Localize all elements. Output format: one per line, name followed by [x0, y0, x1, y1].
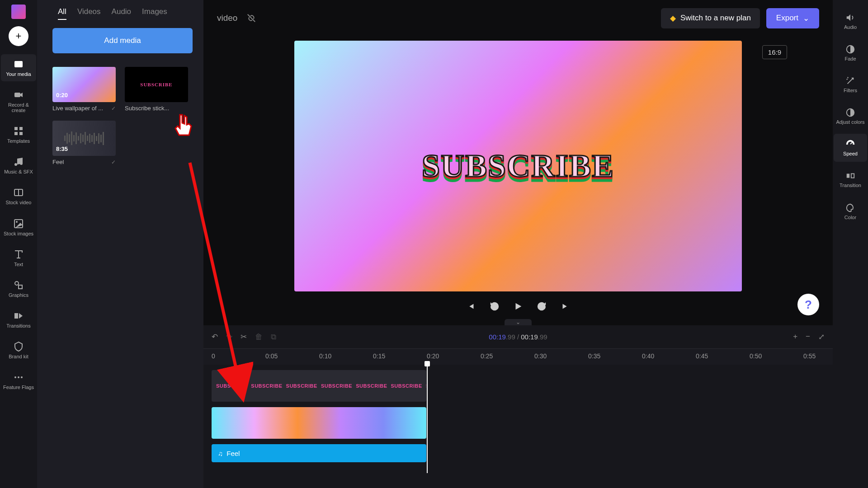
- prop-adjust-colors[interactable]: Adjust colors: [834, 102, 867, 130]
- text-icon: [13, 249, 24, 260]
- forward-button[interactable]: [536, 300, 547, 312]
- transitions-icon: [13, 310, 24, 321]
- svg-rect-13: [19, 285, 22, 289]
- nav-label: Record & create: [3, 102, 34, 113]
- clip-thumb: SUBSCRIBE: [391, 383, 422, 389]
- nav-brand-kit[interactable]: Brand kit: [1, 337, 36, 364]
- link-off-icon[interactable]: [246, 13, 256, 23]
- video-preview[interactable]: SUBSCRIBE 16:9: [294, 41, 742, 291]
- svg-rect-21: [851, 174, 854, 178]
- transition-icon: [845, 171, 855, 181]
- svg-point-15: [14, 376, 16, 378]
- aspect-ratio-button[interactable]: 16:9: [762, 45, 787, 59]
- ruler-mark: 0:25: [481, 352, 493, 360]
- prop-transition[interactable]: Transition: [834, 165, 867, 193]
- prop-speed[interactable]: Speed: [834, 134, 867, 162]
- zoom-out-button[interactable]: −: [806, 332, 810, 342]
- prop-label: Speed: [843, 151, 858, 156]
- project-name[interactable]: video: [217, 13, 237, 23]
- canvas-area: video ◆ Switch to a new plan Export ⌄ SU…: [203, 0, 833, 325]
- switch-plan-button[interactable]: ◆ Switch to a new plan: [661, 8, 760, 28]
- nav-label: Transitions: [6, 323, 30, 328]
- prop-color[interactable]: Color: [834, 197, 867, 225]
- audio-track-clip[interactable]: ♫ Feel: [212, 444, 426, 462]
- duration-label: 8:35: [56, 145, 68, 152]
- export-button[interactable]: Export ⌄: [766, 8, 819, 28]
- svg-rect-20: [847, 174, 849, 178]
- tab-images[interactable]: Images: [142, 7, 167, 20]
- clip-thumb: SUBSCRIBE: [321, 383, 352, 389]
- nav-graphics[interactable]: Graphics: [1, 275, 36, 302]
- delete-button[interactable]: 🗑: [255, 333, 263, 342]
- duplicate-button[interactable]: ⧉: [271, 333, 276, 342]
- film-icon: [13, 187, 24, 198]
- skip-back-button[interactable]: [465, 300, 477, 312]
- split-button[interactable]: ✂: [241, 332, 247, 342]
- nav-music[interactable]: Music & SFX: [1, 152, 36, 179]
- svg-rect-5: [19, 132, 23, 135]
- brand-icon: [13, 341, 24, 352]
- prop-label: Color: [844, 215, 856, 220]
- undo-button[interactable]: ↶: [212, 332, 218, 342]
- media-grid: 0:20 Live wallpaper of ...✓ SUBSCRIBE Su…: [44, 67, 196, 165]
- nav-record[interactable]: Record & create: [1, 85, 36, 117]
- ruler-mark: 0:45: [696, 352, 708, 360]
- add-media-button[interactable]: Add media: [52, 28, 193, 53]
- playhead[interactable]: [427, 365, 428, 473]
- prop-label: Transition: [840, 183, 861, 188]
- duration-label: 0:20: [56, 92, 68, 99]
- svg-point-12: [15, 282, 19, 285]
- media-panel: All Videos Audio Images Add media 0:20 L…: [37, 0, 203, 488]
- nav-label: Your media: [6, 71, 31, 77]
- left-nav-rail: + Your media Record & create Templates M…: [0, 0, 37, 488]
- nav-text[interactable]: Text: [1, 244, 36, 272]
- collapse-timeline-button[interactable]: ⌄: [505, 319, 532, 325]
- svg-point-7: [20, 162, 23, 165]
- prop-filters[interactable]: Filters: [834, 70, 867, 99]
- tab-all[interactable]: All: [58, 7, 66, 20]
- music-icon: [13, 156, 24, 167]
- play-button[interactable]: [512, 300, 524, 312]
- fit-button[interactable]: ⤢: [818, 332, 825, 342]
- tab-audio[interactable]: Audio: [112, 7, 131, 20]
- svg-rect-2: [14, 127, 18, 130]
- prop-label: Adjust colors: [836, 119, 865, 125]
- prop-label: Fade: [844, 56, 856, 61]
- nav-stock-images[interactable]: Stock images: [1, 214, 36, 241]
- nav-stock-video[interactable]: Stock video: [1, 183, 36, 210]
- add-button[interactable]: +: [9, 26, 28, 46]
- zoom-in-button[interactable]: +: [793, 332, 797, 342]
- ruler-mark: 0:50: [750, 352, 762, 360]
- skip-forward-button[interactable]: [559, 300, 571, 312]
- ruler-mark: 0:05: [265, 352, 278, 360]
- svg-point-17: [21, 376, 23, 378]
- nav-label: Brand kit: [9, 354, 28, 359]
- media-item-wallpaper[interactable]: 0:20 Live wallpaper of ...✓: [52, 67, 116, 112]
- nav-feature-flags[interactable]: Feature Flags: [1, 367, 36, 394]
- clip-thumb: SUBSCRIBE: [286, 383, 317, 389]
- svg-rect-1: [14, 93, 20, 97]
- nav-label: Stock video: [6, 200, 32, 205]
- video-track-clip[interactable]: [212, 407, 426, 439]
- nav-templates[interactable]: Templates: [1, 121, 36, 148]
- nav-label: Text: [14, 262, 23, 267]
- timeline-ruler[interactable]: 0 0:05 0:10 0:15 0:20 0:25 0:30 0:35 0:4…: [203, 349, 833, 365]
- media-item-subscribe[interactable]: SUBSCRIBE Subscribe stick...: [125, 67, 188, 112]
- app-logo[interactable]: [11, 5, 26, 19]
- prop-fade[interactable]: Fade: [834, 39, 867, 67]
- media-item-feel[interactable]: 8:35 Feel✓: [52, 121, 116, 165]
- shapes-icon: [13, 280, 24, 291]
- help-button[interactable]: ?: [797, 294, 819, 315]
- nav-your-media[interactable]: Your media: [1, 54, 36, 81]
- overlay-track-clip[interactable]: SUBSCRIBE SUBSCRIBE SUBSCRIBE SUBSCRIBE …: [212, 370, 426, 402]
- svg-point-11: [16, 221, 18, 223]
- nav-transitions[interactable]: Transitions: [1, 306, 36, 333]
- rewind-button[interactable]: [489, 300, 500, 312]
- tab-videos[interactable]: Videos: [77, 7, 101, 20]
- redo-button[interactable]: ↷: [226, 332, 232, 342]
- media-icon: [13, 59, 24, 70]
- prop-audio[interactable]: Audio: [834, 7, 867, 35]
- nav-label: Stock images: [4, 231, 33, 236]
- waveform-icon: [64, 129, 104, 147]
- more-icon: [13, 372, 24, 383]
